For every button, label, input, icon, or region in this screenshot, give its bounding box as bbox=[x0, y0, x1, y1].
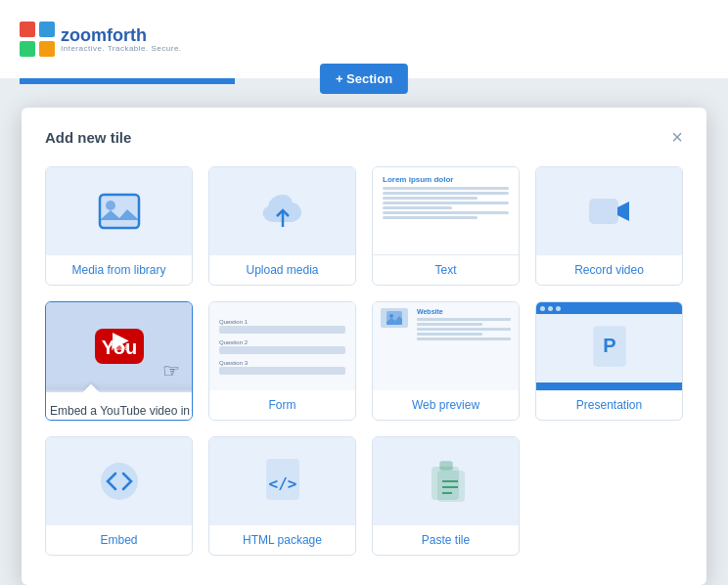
tile-form[interactable]: Question 1 Question 2 Question 3 F bbox=[208, 301, 356, 421]
svg-rect-8 bbox=[590, 200, 617, 223]
text-line-1 bbox=[383, 187, 509, 190]
svg-text:</>: </> bbox=[268, 474, 296, 493]
html-icon: </> bbox=[261, 458, 304, 505]
tile-upload-media[interactable]: Upload media bbox=[208, 166, 356, 286]
web-preview-text: Website bbox=[417, 308, 511, 342]
tile-label-html: HTML package bbox=[239, 525, 326, 555]
tile-label-embed: Embed bbox=[96, 525, 141, 555]
tile-preview-text: Lorem ipsum dolor bbox=[373, 167, 519, 255]
tile-record-video[interactable]: Record video bbox=[535, 166, 683, 286]
paste-icon bbox=[423, 458, 470, 505]
tile-preview-html: </> bbox=[209, 437, 355, 525]
text-line-7 bbox=[383, 216, 478, 219]
svg-rect-23 bbox=[438, 472, 464, 501]
tile-preview-media bbox=[46, 167, 192, 255]
accent-bar bbox=[20, 78, 235, 84]
tile-grid: Media from library Upload media Lorem bbox=[45, 166, 683, 556]
ppt-bar-bottom bbox=[536, 382, 682, 390]
text-line-2 bbox=[383, 192, 509, 195]
record-icon bbox=[588, 194, 631, 229]
add-section-button[interactable]: + Section bbox=[320, 64, 408, 94]
youtube-icon: You Tube ▶ bbox=[93, 327, 146, 366]
tile-web-preview[interactable]: Website Web preview bbox=[372, 301, 520, 421]
app-tagline: Interactive. Trackable. Secure. bbox=[61, 44, 182, 53]
top-bar: zoomforth Interactive. Trackable. Secure… bbox=[0, 0, 728, 78]
ppt-icon: P bbox=[592, 325, 627, 368]
svg-point-15 bbox=[389, 314, 393, 318]
web-preview-row: Website bbox=[381, 308, 511, 342]
tile-label-webpreview: Web preview bbox=[408, 390, 483, 420]
tile-preview-form: Question 1 Question 2 Question 3 bbox=[209, 302, 355, 390]
tile-label-form: Form bbox=[265, 390, 300, 420]
tile-embed[interactable]: Embed bbox=[45, 436, 193, 556]
svg-point-6 bbox=[106, 201, 115, 210]
tile-label-upload: Upload media bbox=[242, 255, 322, 285]
text-preview-title: Lorem ipsum dolor bbox=[383, 175, 509, 184]
tile-media-from-library[interactable]: Media from library bbox=[45, 166, 193, 286]
tile-preview-presentation: P bbox=[536, 302, 682, 390]
tile-text[interactable]: Lorem ipsum dolor Text bbox=[372, 166, 520, 286]
text-line-6 bbox=[383, 211, 509, 214]
modal-header: Add new tile × bbox=[45, 127, 683, 147]
tile-html-package[interactable]: </> HTML package bbox=[208, 436, 356, 556]
ppt-bar-top bbox=[536, 302, 682, 314]
svg-rect-22 bbox=[440, 462, 452, 470]
modal-title: Add new tile bbox=[45, 129, 131, 146]
tile-label-record: Record video bbox=[570, 255, 648, 285]
add-tile-modal: Add new tile × Media from library bbox=[22, 108, 706, 585]
tile-label-text: Text bbox=[431, 255, 460, 285]
tile-preview-record bbox=[536, 167, 682, 255]
web-preview-img bbox=[381, 308, 408, 328]
tile-label-youtube: YouTube video bbox=[76, 390, 161, 420]
logo: zoomforth Interactive. Trackable. Secure… bbox=[20, 22, 182, 57]
cursor-icon: ☞ bbox=[162, 359, 180, 382]
tile-label-media: Media from library bbox=[68, 255, 169, 285]
tile-preview-embed bbox=[46, 437, 192, 525]
svg-rect-3 bbox=[39, 41, 55, 57]
close-button[interactable]: × bbox=[671, 127, 683, 147]
tile-label-paste: Paste tile bbox=[418, 525, 474, 555]
image-icon bbox=[98, 193, 141, 230]
form-preview-content: Question 1 Question 2 Question 3 bbox=[209, 302, 355, 390]
svg-rect-0 bbox=[20, 22, 35, 37]
text-line-5 bbox=[383, 206, 452, 209]
upload-icon bbox=[261, 190, 304, 233]
tile-presentation[interactable]: P Presentation bbox=[535, 301, 683, 421]
embed-icon bbox=[98, 460, 141, 503]
app-name: zoomforth bbox=[61, 26, 182, 44]
text-preview-content: Lorem ipsum dolor bbox=[373, 167, 519, 255]
tile-preview-youtube: You Tube ▶ ☞ bbox=[46, 302, 192, 390]
web-preview-content: Website bbox=[373, 302, 519, 390]
logo-icon bbox=[20, 22, 55, 57]
svg-rect-4 bbox=[100, 195, 139, 228]
svg-rect-1 bbox=[39, 22, 55, 37]
text-line-4 bbox=[383, 202, 509, 204]
tile-label-presentation: Presentation bbox=[572, 390, 646, 420]
svg-text:▶: ▶ bbox=[112, 329, 128, 350]
form-field-2: Question 2 bbox=[219, 339, 345, 354]
tile-paste-tile[interactable]: Paste tile bbox=[372, 436, 520, 556]
svg-marker-9 bbox=[617, 202, 629, 221]
tile-preview-upload bbox=[209, 167, 355, 255]
svg-rect-2 bbox=[20, 41, 35, 57]
text-line-3 bbox=[383, 197, 478, 200]
page-content: Add new tile × Media from library bbox=[0, 78, 728, 585]
tile-preview-web: Website bbox=[373, 302, 519, 390]
tile-preview-paste bbox=[373, 437, 519, 525]
form-field-3: Question 3 bbox=[219, 360, 345, 375]
svg-text:P: P bbox=[603, 335, 615, 356]
logo-text: zoomforth Interactive. Trackable. Secure… bbox=[61, 26, 182, 53]
form-field-1: Question 1 bbox=[219, 319, 345, 334]
tile-youtube-video[interactable]: You Tube ▶ ☞ YouTube video Embed a YouTu… bbox=[45, 301, 193, 421]
